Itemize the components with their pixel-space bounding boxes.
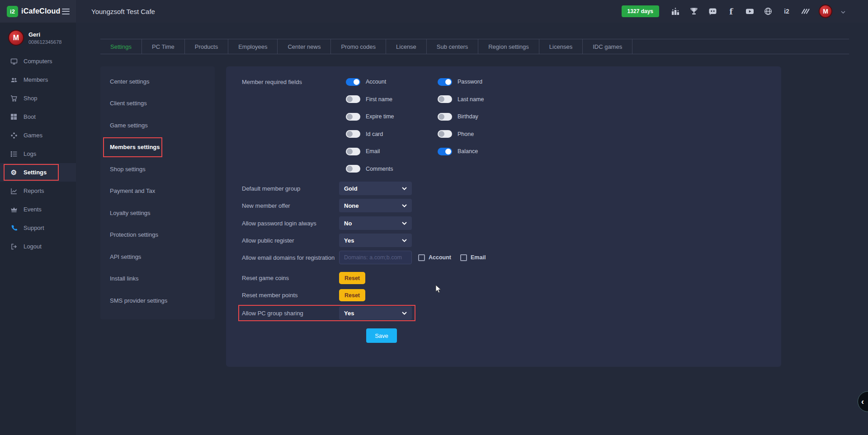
toggle-row-email: Email <box>346 143 394 160</box>
monitor-icon <box>10 57 18 65</box>
sidebar-item-computers[interactable]: Computers <box>0 52 76 70</box>
settings-nav-center-settings[interactable]: Center settings <box>100 70 215 93</box>
globe-icon[interactable] <box>763 6 773 16</box>
tab-sub-centers[interactable]: Sub centers <box>427 39 478 54</box>
sidebar-item-support[interactable]: Support <box>0 219 76 237</box>
sidebar-item-label: Shop <box>24 95 37 102</box>
allow-public-register-select[interactable]: Yes <box>339 234 412 247</box>
facebook-icon[interactable]: f <box>726 6 736 16</box>
member-required-fields-label: Member required fields <box>242 79 302 85</box>
settings-nav-game-settings[interactable]: Game settings <box>100 114 215 136</box>
select-value: Yes <box>344 310 354 317</box>
email-toggle[interactable] <box>346 148 360 155</box>
members-settings-card: Member required fields Account First nam… <box>226 66 781 367</box>
logo-text: iCafeCloud <box>21 7 60 15</box>
crown-icon <box>10 206 18 213</box>
email-checkbox[interactable] <box>460 254 467 261</box>
tab-center-news[interactable]: Center news <box>278 39 331 54</box>
tab-region-settings[interactable]: Region settings <box>478 39 539 54</box>
tab-promo-codes[interactable]: Promo codes <box>331 39 386 54</box>
icafecloud-logo-icon: i2 <box>7 6 18 17</box>
chevron-down-icon[interactable] <box>841 7 845 15</box>
tab-license[interactable]: License <box>386 39 427 54</box>
toggle-label: Comments <box>366 166 393 172</box>
settings-nav-members-settings[interactable]: Members settings <box>100 136 215 159</box>
toggle-row-expire-time: Expire time <box>346 108 394 126</box>
reset-member-points-button[interactable]: Reset <box>339 289 365 301</box>
row-default-member-group: Default member group Gold <box>242 182 412 195</box>
field-label: New member offer <box>242 202 339 209</box>
sidebar-item-logs[interactable]: Logs <box>0 145 76 163</box>
icafecloud-badge-icon[interactable]: i2 <box>782 6 792 16</box>
select-value: None <box>344 202 359 209</box>
ranking-icon[interactable] <box>670 6 680 16</box>
sidebar-item-logout[interactable]: Logout <box>0 237 76 256</box>
tab-employees[interactable]: Employees <box>228 39 278 54</box>
pc-group-sharing-select[interactable]: Yes <box>339 306 412 320</box>
field-label: Allow password login always <box>242 220 339 227</box>
id-card-toggle[interactable] <box>346 130 360 138</box>
page-title: Youngzsoft Test Cafe <box>91 8 155 15</box>
chevron-down-icon <box>402 239 407 242</box>
allow-password-login-select[interactable]: No <box>339 216 412 230</box>
birthday-toggle[interactable] <box>438 113 452 121</box>
toggle-label: Email <box>366 148 380 154</box>
new-member-offer-select[interactable]: None <box>339 199 412 212</box>
email-domains-input[interactable] <box>339 251 412 264</box>
sidebar-item-members[interactable]: Members <box>0 70 76 89</box>
layers-icon[interactable] <box>800 6 810 16</box>
default-member-group-select[interactable]: Gold <box>339 182 412 195</box>
sidebar-item-settings[interactable]: ⚙ Settings <box>0 163 76 182</box>
settings-nav-sms-provider-settings[interactable]: SMS provider settings <box>100 290 215 312</box>
chevron-down-icon <box>402 204 407 207</box>
comments-toggle[interactable] <box>346 165 360 173</box>
first-name-toggle[interactable] <box>346 95 360 103</box>
sidebar-item-events[interactable]: Events <box>0 200 76 219</box>
sidebar-item-label: Reports <box>24 187 44 194</box>
tab-pc-time[interactable]: PC Time <box>142 39 185 54</box>
trophy-icon[interactable] <box>689 6 699 16</box>
settings-nav-install-links[interactable]: Install links <box>100 268 215 290</box>
tab-licenses[interactable]: Licenses <box>539 39 583 54</box>
discord-icon[interactable] <box>708 6 717 16</box>
toggle-row-first-name: First name <box>346 91 394 108</box>
chevron-down-icon <box>402 312 407 315</box>
avatar[interactable]: M <box>819 5 832 18</box>
tab-settings[interactable]: Settings <box>100 39 142 54</box>
sidebar-item-boot[interactable]: Boot <box>0 108 76 126</box>
people-icon <box>10 76 18 84</box>
settings-nav-protection-settings[interactable]: Protection settings <box>100 224 215 246</box>
settings-nav-loyalty-settings[interactable]: Loyalty settings <box>100 202 215 224</box>
gamepad-icon <box>10 131 18 139</box>
settings-nav-client-settings[interactable]: Client settings <box>100 93 215 115</box>
license-days-badge[interactable]: 1327 days <box>622 5 659 17</box>
account-checkbox[interactable] <box>418 254 425 261</box>
user-phone: 008612345678 <box>28 39 61 45</box>
tab-products[interactable]: Products <box>185 39 228 54</box>
balance-toggle[interactable] <box>438 148 452 155</box>
tab-idc-games[interactable]: IDC games <box>583 39 632 54</box>
row-allow-public-register: Allow public register Yes <box>242 234 412 247</box>
phone-toggle[interactable] <box>438 130 452 138</box>
sidebar-item-games[interactable]: Games <box>0 126 76 145</box>
sidebar-item-label: Logout <box>24 243 42 250</box>
chevron-down-icon <box>402 222 407 225</box>
sidebar-item-shop[interactable]: Shop <box>0 89 76 108</box>
user-avatar[interactable]: M <box>8 30 24 46</box>
password-toggle[interactable] <box>438 78 452 86</box>
hamburger-menu-icon[interactable] <box>62 9 70 14</box>
settings-nav-payment-and-tax[interactable]: Payment and Tax <box>100 180 215 202</box>
topbar-right: 1327 days f <box>622 5 868 18</box>
toggle-label: First name <box>366 96 392 103</box>
settings-nav-api-settings[interactable]: API settings <box>100 246 215 268</box>
save-button[interactable]: Save <box>366 328 397 343</box>
account-toggle[interactable] <box>346 78 360 86</box>
last-name-toggle[interactable] <box>438 95 452 103</box>
sidebar-item-reports[interactable]: Reports <box>0 182 76 200</box>
settings-nav-shop-settings[interactable]: Shop settings <box>100 158 215 180</box>
youtube-icon[interactable] <box>745 6 755 16</box>
reset-game-coins-button[interactable]: Reset <box>339 272 365 284</box>
toggle-row-id-card: Id card <box>346 126 394 143</box>
toggle-row-account: Account <box>346 73 394 91</box>
expire-time-toggle[interactable] <box>346 113 360 121</box>
